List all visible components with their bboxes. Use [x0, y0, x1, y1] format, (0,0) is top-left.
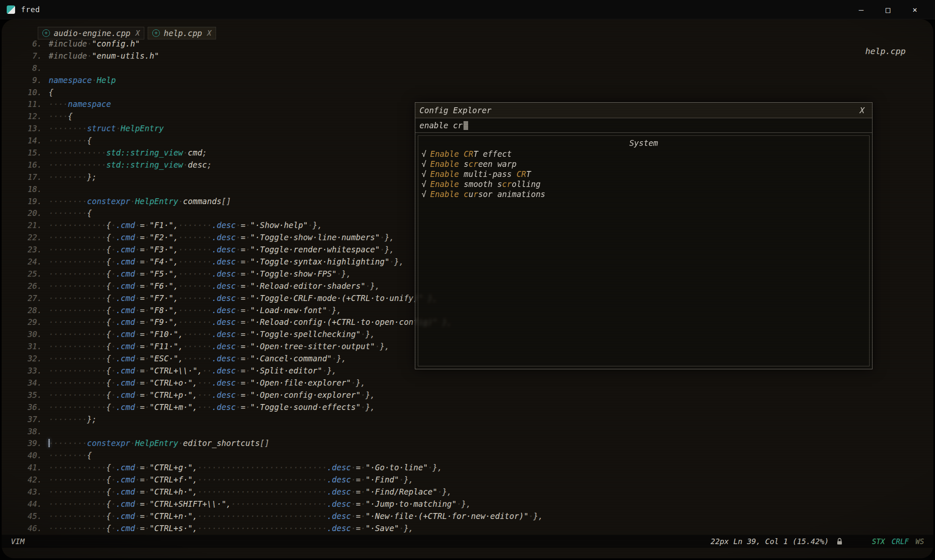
- line-number: 42.: [7, 474, 49, 486]
- code-line: 45.············{·.cmd·=·"CTRL+n·",······…: [7, 510, 543, 522]
- line-number: 31.: [7, 340, 49, 353]
- line-number: 28.: [7, 304, 49, 316]
- line-number: 37.: [7, 413, 49, 425]
- tab-label: help.cpp: [164, 29, 202, 38]
- line-number: 10.: [7, 86, 49, 99]
- line-number: 13.: [7, 122, 49, 135]
- status-flag-ws: WS: [916, 537, 924, 546]
- code-line: 41.············{·.cmd·=·"CTRL+g·",······…: [7, 461, 543, 474]
- status-position: 22px Ln 39, Col 1 (15.42%): [711, 537, 829, 546]
- code-line: 40.········{: [7, 449, 543, 461]
- line-number: 46.: [7, 522, 49, 534]
- status-flags: STXCRLFWS: [872, 537, 924, 546]
- line-number: 15.: [7, 147, 49, 159]
- line-number: 21.: [7, 219, 49, 231]
- status-right-group: 22px Ln 39, Col 1 (15.42%) STXCRLFWS: [711, 537, 924, 546]
- line-number: 20.: [7, 207, 49, 219]
- checkmark-icon: √: [422, 149, 426, 158]
- minimize-button[interactable]: –: [848, 5, 875, 14]
- line-number: 39.: [7, 437, 49, 449]
- code-line: 10.{: [7, 86, 543, 99]
- tab-help.cpp[interactable]: +help.cppX: [148, 27, 216, 39]
- line-number: 43.: [7, 486, 49, 498]
- code-line: 7.#include·"enum-utils.h": [7, 50, 543, 62]
- line-number: 17.: [7, 171, 49, 183]
- tab-bar: +audio-engine.cppX+help.cppX: [38, 27, 216, 39]
- code-line: 38.: [7, 425, 543, 438]
- line-number: 36.: [7, 401, 49, 413]
- code-line: 6.#include·"config.h": [7, 38, 543, 50]
- line-number: 25.: [7, 268, 49, 280]
- config-list-items: √Enable CRT effect√Enable screen warp√En…: [422, 149, 866, 199]
- line-number: 29.: [7, 316, 49, 328]
- editor-screen: 6.#include·"config.h"7.#include·"enum-ut…: [2, 19, 933, 558]
- code-line: 8.: [7, 62, 543, 74]
- line-number: 11.: [7, 98, 49, 110]
- line-number: 18.: [7, 183, 49, 195]
- config-search-value: enable cr: [419, 121, 463, 130]
- app-icon: [7, 5, 15, 14]
- line-number: 38.: [7, 425, 49, 438]
- config-explorer-popup: Config Explorer X enable cr System √Enab…: [415, 102, 872, 369]
- line-number: 8.: [7, 62, 49, 74]
- status-flag-crlf: CRLF: [892, 537, 909, 546]
- line-number: 7.: [7, 50, 49, 62]
- config-close-button[interactable]: X: [857, 106, 868, 115]
- config-option[interactable]: √Enable multi-pass CRT: [422, 169, 866, 179]
- line-number: 27.: [7, 292, 49, 304]
- tab-close-button[interactable]: X: [135, 29, 140, 37]
- line-number: 40.: [7, 449, 49, 461]
- code-line: 44.············{·.cmd·=·"CTRL+SHIFT+\\·"…: [7, 498, 543, 510]
- code-line: 39.········constexpr·HelpEntry·editor_sh…: [7, 437, 543, 449]
- config-option[interactable]: √Enable screen warp: [422, 159, 866, 169]
- window-controls: – □ ×: [848, 5, 928, 14]
- code-line: 9.namespace·Help: [7, 74, 543, 86]
- titlebar: fred – □ ×: [0, 0, 935, 19]
- file-indicator: help.cpp: [865, 46, 906, 56]
- line-number: 44.: [7, 498, 49, 510]
- line-number: 45.: [7, 510, 49, 522]
- line-number: 32.: [7, 353, 49, 365]
- lock-icon: [836, 538, 843, 545]
- line-number: 19.: [7, 195, 49, 207]
- code-line: 43.············{·.cmd·=·"CTRL+h·",······…: [7, 486, 543, 498]
- config-option[interactable]: √Enable CRT effect: [422, 149, 866, 159]
- tab-label: audio-engine.cpp: [54, 29, 130, 38]
- line-number: 22.: [7, 231, 49, 244]
- line-number: 12.: [7, 110, 49, 122]
- maximize-button[interactable]: □: [875, 5, 901, 14]
- tab-close-button[interactable]: X: [207, 29, 211, 37]
- line-number: 6.: [7, 38, 49, 50]
- checkmark-icon: √: [422, 159, 426, 169]
- checkmark-icon: √: [422, 169, 426, 179]
- config-option[interactable]: √Enable cursor animations: [422, 189, 866, 199]
- checkmark-icon: √: [422, 179, 426, 189]
- code-line: 37.········};: [7, 413, 543, 425]
- window-title: fred: [21, 5, 40, 14]
- config-search-input[interactable]: enable cr: [415, 118, 872, 133]
- config-explorer-title: Config Explorer: [419, 106, 492, 115]
- code-line: 35.············{·.cmd·=·"CTRL+p·",···.de…: [7, 389, 543, 401]
- code-line: 42.············{·.cmd·=·"CTRL+f·",······…: [7, 474, 543, 486]
- config-explorer-header: Config Explorer X: [415, 103, 872, 118]
- close-button[interactable]: ×: [901, 5, 928, 14]
- status-flag-stx: STX: [872, 537, 885, 546]
- line-number: 34.: [7, 377, 49, 389]
- config-list: System √Enable CRT effect√Enable screen …: [418, 135, 870, 366]
- line-number: 23.: [7, 244, 49, 256]
- cpp-file-icon: +: [152, 29, 160, 37]
- config-section-header: System: [422, 137, 866, 149]
- search-cursor: [464, 121, 468, 130]
- code-line: 36.············{·.cmd·=·"CTRL+m·",···.de…: [7, 401, 543, 413]
- config-option[interactable]: √Enable smooth scrolling: [422, 179, 866, 189]
- line-number: 16.: [7, 159, 49, 171]
- cpp-file-icon: +: [42, 29, 50, 37]
- status-bar: VIM 22px Ln 39, Col 1 (15.42%) STXCRLFWS: [2, 535, 933, 548]
- line-number: 35.: [7, 389, 49, 401]
- line-number: 26.: [7, 280, 49, 292]
- line-number: 24.: [7, 256, 49, 268]
- tab-audio-engine.cpp[interactable]: +audio-engine.cppX: [38, 27, 144, 39]
- code-line: 34.············{·.cmd·=·"CTRL+o·",···.de…: [7, 377, 543, 389]
- line-number: 30.: [7, 328, 49, 340]
- code-line: 46.············{·.cmd·=·"CTRL+s·",······…: [7, 522, 543, 534]
